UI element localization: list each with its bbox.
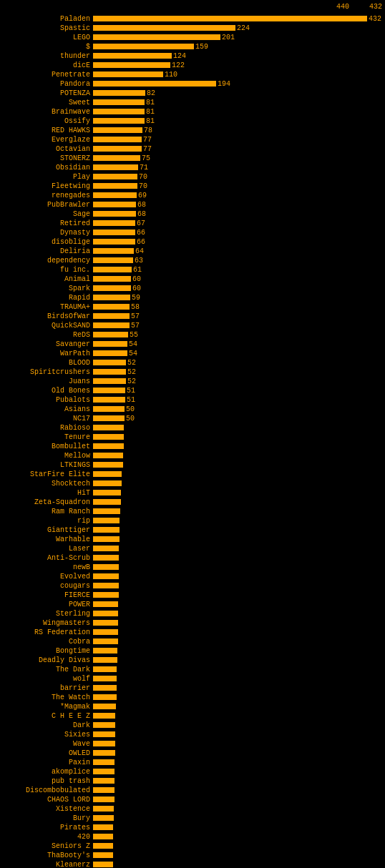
bar-label: Seniors Z [0,842,93,850]
bar [93,406,125,412]
bar-area: 432 [93,15,385,22]
bar-area [93,833,385,840]
bar-area [93,786,385,794]
bar-area [93,628,385,636]
table-row: HiT [0,488,385,497]
bar-label: Dark [0,721,93,729]
table-row: rip [0,516,385,525]
bar-value: 57 [131,322,140,330]
bar-area [93,805,385,812]
bar-area: 51 [93,396,385,403]
bar-value: 52 [127,378,136,385]
bar-value: 70 [139,173,147,181]
bar-area [93,638,385,645]
bar [93,137,142,142]
bar-label: The Dark [0,666,93,674]
bar-area: 81 [93,117,385,124]
bar [93,592,119,598]
table-row: Anti-Scrub [0,553,385,562]
bar-area [93,610,385,617]
bar [93,257,133,263]
bar-area [93,508,385,515]
bar-area: 194 [93,80,385,87]
bar [93,378,126,384]
bar-value: 159 [195,43,208,51]
bar [93,508,120,514]
table-row: Sixies [0,730,385,739]
bar-label: WarPath [0,350,93,357]
table-row: Retired67 [0,219,385,227]
bar [93,536,120,542]
bar-label: Ram Ranch [0,508,93,516]
bar-label: Old Bones [0,387,93,395]
bar-label: The Watch [0,694,93,701]
table-row: $159 [0,42,385,51]
bar-area: 55 [93,331,385,338]
bar-value: 54 [129,350,137,357]
bar-area: 69 [93,192,385,199]
bar [93,118,145,124]
bar-label: Cobra [0,638,93,646]
bar-value: 63 [135,257,143,265]
table-row: Sage68 [0,209,385,218]
bar-label: HiT [0,489,93,497]
bar [93,555,119,561]
bar [93,546,119,551]
bar-label: Gianttiger [0,526,93,534]
bar-label: Sterling [0,610,93,618]
bar-value: 66 [137,238,145,246]
bar [93,443,124,449]
bar [93,787,114,793]
bar [93,267,132,272]
bar [93,155,140,161]
bar-label: wolf [0,675,93,683]
table-row: dicE122 [0,61,385,69]
table-row: wolf [0,674,385,683]
bar-area: 58 [93,303,385,310]
table-row: Asians50 [0,405,385,413]
bar-label: newB [0,563,93,571]
bar-area [93,731,385,738]
bar-area: 81 [93,108,385,115]
table-row: Kleanerz [0,860,385,868]
bar [93,852,113,858]
bar-label: Dynasty [0,229,93,237]
bar-area [93,489,385,496]
table-row: POTENZA82 [0,89,385,97]
bar [93,146,142,152]
bar-area [93,647,385,654]
bar-label: fu inc. [0,266,93,274]
table-row: akomplice [0,767,385,776]
bar-area [93,619,385,626]
bar-label: Sweet [0,99,93,107]
bar-value: 77 [143,136,152,144]
table-row: Play70 [0,172,385,181]
bar-value: 50 [126,415,135,423]
bar-value: 50 [126,405,135,413]
bar-value: 66 [137,229,145,237]
bar-area [93,768,385,775]
bar [93,741,115,746]
table-row: LTKINGS [0,460,385,469]
bar-area: 61 [93,266,385,273]
bar-area [93,656,385,664]
bar-value: 70 [139,182,147,190]
table-row: Cobra [0,637,385,646]
table-row: Bongtime [0,646,385,655]
bar-label: Deadly Divas [0,656,93,664]
bar [93,25,235,31]
bar [93,601,118,607]
bar-area [93,675,385,682]
bar [93,731,115,737]
bar-value: 194 [218,80,230,88]
bar-label: Shocktech [0,480,93,488]
bar-area: 224 [93,24,385,31]
bar-value: 81 [146,108,155,116]
bar-area: 159 [93,43,385,50]
bar-label: TRAUMA+ [0,303,93,311]
bar [93,471,122,477]
bar [93,704,116,709]
bar-value: 51 [127,396,135,404]
bar-label: Everglaze [0,136,93,144]
bar-label: Asians [0,405,93,413]
